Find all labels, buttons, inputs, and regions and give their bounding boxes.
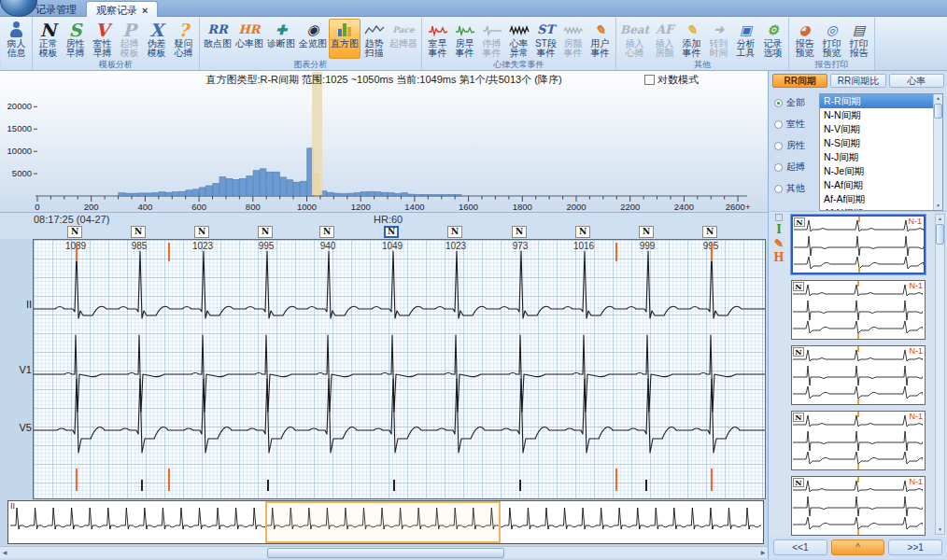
overview-plot-button[interactable]: ◉全览图 [297,19,329,59]
pvc-event-icon [428,20,448,39]
user-event-button[interactable]: ✎用户事件 [587,19,614,59]
hr-abnormal-event-icon [509,20,530,39]
histogram-title: 直方图类型:R-R间期 范围:1025 ~1050ms 当前:1049ms 第1… [205,74,561,85]
overview-strip[interactable]: II [7,500,764,544]
print-report-button[interactable]: ▤打印报告 [845,19,872,59]
nav-button-2[interactable]: >>1 [888,539,942,555]
scroll-right-icon[interactable]: ▶ [758,548,768,558]
scatter-plot-button[interactable]: RR散点图 [202,19,233,59]
pacemaker-button[interactable]: Pace起搏器 [388,19,419,59]
caliper-horizontal-icon[interactable]: H [773,252,784,263]
thumb-scroll-up-icon[interactable]: ▲ [936,215,944,223]
thumb-scroll-down-icon[interactable]: ▼ [936,525,944,534]
beat-label-box[interactable]: N [384,226,399,238]
print-preview-button[interactable]: ◎打印预览 [818,19,845,59]
caliper-vertical-icon[interactable]: I [776,224,782,235]
hr-plot-button[interactable]: HR心率图 [233,19,265,59]
pvc-event-button[interactable]: 室早事件 [424,19,451,59]
diagnosis-plot-button[interactable]: ✚诊断图 [265,19,297,59]
rr-histogram-chart[interactable]: 0200400600800100012001400160018002000220… [0,86,768,211]
artifact-template-button[interactable]: X伪差模板 [143,19,170,59]
atrial-premature-template-button[interactable]: S房性早搏 [62,19,89,59]
af-event-button[interactable]: 房颤事件 [559,19,587,59]
edit-beat-icon[interactable]: ✎ [774,238,784,249]
rr-interval-value: 1016 [570,241,598,251]
pause-event-button[interactable]: 停搏事件 [478,19,505,59]
time-marker [141,480,143,491]
beat-label-box[interactable]: N [131,226,146,238]
insert-af-button[interactable]: AF插入房颤 [651,19,678,59]
list-item[interactable]: Af-Af间期 [820,192,942,206]
histogram-button[interactable]: 直方图 [329,19,360,59]
thumbnail-scrollbar[interactable]: ▲ ▼ [935,214,945,535]
radio-1[interactable]: 室性 [774,118,819,131]
beat-thumbnail[interactable]: NN-1 [791,476,926,536]
normal-template-button[interactable]: N正常模板 [35,19,62,59]
beat-label-box[interactable]: N [447,226,462,238]
list-scroll-down-icon[interactable]: ▼ [934,202,942,210]
report-preview-button[interactable]: ◕报告预览 [791,19,818,59]
beat-label-box[interactable]: N [258,226,273,238]
record-options-button[interactable]: ⚙记录选项 [759,19,786,59]
radio-dot-icon [774,163,783,172]
panel-options-icon[interactable] [775,214,783,221]
radio-2[interactable]: 房性 [774,139,819,152]
goto-time-button[interactable]: ➜转到时间 [705,19,732,59]
thumbnail-scroll-thumb[interactable] [936,224,944,245]
beat-label-box[interactable]: N [512,226,527,238]
horizontal-scrollbar[interactable]: ◀ ▶ [0,546,768,558]
list-scroll-up-icon[interactable]: ▲ [934,94,942,103]
beat-thumbnail[interactable]: NN-1 [791,411,926,470]
list-item[interactable]: N-N间期 [820,108,942,122]
beat-label-box[interactable]: N [702,226,717,238]
beat-thumbnail[interactable]: NN-1 [791,215,926,274]
question-beat-button[interactable]: ?疑问心搏 [170,19,197,59]
tab-close-icon[interactable]: × [142,5,148,16]
scroll-left-icon[interactable]: ◀ [0,548,9,558]
beat-label-box[interactable]: N [639,226,654,238]
beat-thumbnail[interactable]: NN-1 [791,345,926,405]
beat-label-box[interactable]: N [319,226,334,238]
beat-thumbnail[interactable]: NN-1 [791,280,926,340]
log-mode-checkbox[interactable] [644,75,655,85]
insert-beat-button[interactable]: Beat插入心搏 [618,19,651,59]
radio-0[interactable]: 全部 [774,96,819,109]
analysis-tools-button[interactable]: ▣分析工具 [732,19,759,59]
add-event-button[interactable]: ✎添加事件 [678,19,705,59]
list-item[interactable]: R-R间期 [820,94,942,108]
list-scrollbar[interactable]: ▲▼ [933,94,942,210]
ecg-timestamp: 08:17:25 (04-27) [34,214,109,225]
list-item[interactable]: N-Af间期 [820,178,942,192]
horizontal-scroll-thumb[interactable] [267,548,504,558]
beat-label-box[interactable]: N [575,226,590,238]
interval-tab-2[interactable]: 心率 [889,74,944,88]
interval-tab-1[interactable]: RR间期比 [830,74,885,88]
list-scroll-thumb[interactable] [934,104,942,119]
beat-label-box[interactable]: N [194,226,209,238]
list-item[interactable]: N-S间期 [820,136,942,150]
paced-template-button[interactable]: P起搏模板 [116,19,143,59]
ecg-grid[interactable]: 10899851023995940104910239731016999995 [33,239,766,499]
st-event-button[interactable]: STST段事件 [532,19,559,59]
pacemaker-icon: Pace [392,20,415,39]
ventricular-premature-template-button[interactable]: V室性早搏 [89,19,116,59]
pac-event-button[interactable]: 房早事件 [451,19,478,59]
hr-abnormal-event-button[interactable]: 心率异常 [505,19,532,59]
overview-selection-window[interactable] [265,501,501,543]
interval-tab-0[interactable]: RR间期 [772,74,827,88]
list-item[interactable]: N-Je间期 [820,164,942,178]
lead-label-ii: II [13,299,32,310]
radio-3[interactable]: 起搏 [774,161,819,174]
radio-4[interactable]: 其他 [774,182,819,195]
patient-info-button[interactable]: 病人 信息 [3,19,30,59]
list-item[interactable]: N-V间期 [820,122,942,136]
beat-label-box[interactable]: N [67,226,82,238]
list-item[interactable]: N-J间期 [820,150,942,164]
nav-button-0[interactable]: <<1 [773,539,827,555]
tab-record-management[interactable]: 记录管理 [26,1,86,17]
nav-button-1[interactable]: ^ [831,539,885,555]
ribbon-group-title: 其他 [618,59,786,70]
tab-observe-record[interactable]: 观察记录× [86,1,158,17]
interval-type-tabs: RR间期RR间期比心率 [769,71,947,90]
trend-scan-button[interactable]: 趋势扫描 [360,19,388,59]
